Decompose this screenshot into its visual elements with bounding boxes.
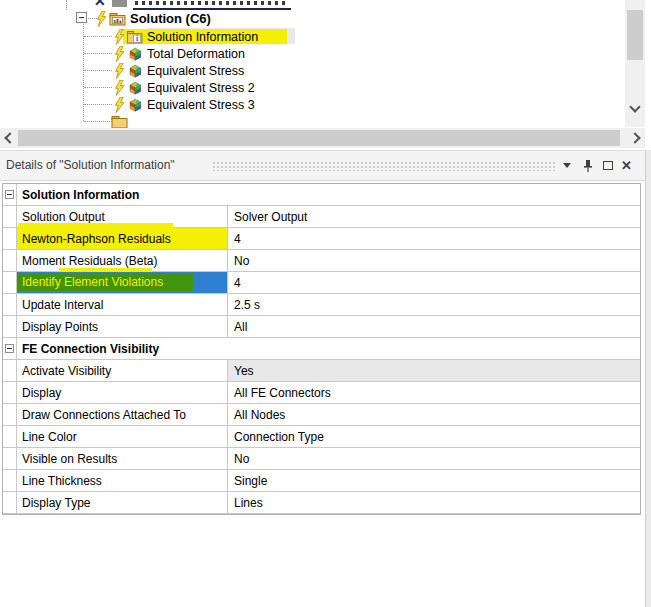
expand-collapse-box[interactable] [76, 12, 87, 23]
solution-folder-icon [109, 12, 126, 26]
details-property-row: DisplayAll FE Connectors [3, 382, 640, 404]
svg-text:i: i [136, 34, 138, 43]
clipped-item-label [133, 0, 291, 10]
chevron-down-icon [629, 101, 640, 112]
property-value-cell[interactable]: All FE Connectors [228, 382, 640, 404]
scroll-down-button[interactable] [625, 98, 645, 118]
row-gutter[interactable] [3, 184, 17, 206]
row-gutter [3, 228, 17, 250]
row-gutter[interactable] [3, 338, 17, 360]
property-label-cell[interactable]: Display [17, 382, 228, 404]
tree-vertical-scrollbar[interactable] [625, 0, 645, 127]
result-cube-icon [127, 98, 143, 112]
tree-item-solution-c6[interactable]: Solution (C6) [0, 10, 625, 27]
row-gutter [3, 360, 17, 382]
row-gutter [3, 294, 17, 316]
collapse-section-icon[interactable] [5, 190, 14, 199]
details-property-row: Activate VisibilityYes [3, 360, 640, 382]
tree-item-label: Equivalent Stress 2 [147, 81, 255, 95]
lightning-icon [96, 11, 107, 27]
property-value-cell[interactable]: 4 [228, 272, 640, 294]
property-label-cell[interactable]: Line Thickness [17, 470, 228, 492]
property-value-cell[interactable]: No [228, 250, 640, 272]
property-label-cell[interactable]: Activate Visibility [17, 360, 228, 382]
chevron-down-icon [563, 163, 571, 168]
tree-item-label: Equivalent Stress 3 [147, 98, 255, 112]
property-label-cell[interactable]: Identify Element Violations [17, 272, 228, 294]
property-value-cell[interactable]: Connection Type [228, 426, 640, 448]
property-value-cell[interactable]: All Nodes [228, 404, 640, 426]
info-icon: i [127, 30, 143, 44]
details-panel-header: Details of "Solution Information" ✕ [0, 150, 645, 181]
tree-item-label: Total Deformation [147, 47, 245, 61]
panel-pin-button[interactable] [579, 157, 596, 174]
result-cube-icon [127, 81, 143, 95]
tree-item-equivalent-stress[interactable]: Equivalent Stress [0, 62, 625, 79]
section-header-label: FE Connection Visibility [17, 338, 640, 360]
tree-guide [84, 121, 112, 122]
details-table: Solution InformationSolution OutputSolve… [2, 183, 641, 515]
clipped-item-icon [112, 0, 127, 7]
vertical-scrollbar-thumb[interactable] [627, 10, 643, 60]
close-icon: ✕ [621, 159, 632, 172]
property-value-cell[interactable]: All [228, 316, 640, 338]
chevron-left-icon [4, 132, 15, 143]
panel-menu-button[interactable] [558, 157, 575, 174]
property-label-cell[interactable]: Newton-Raphson Residuals [17, 228, 228, 250]
property-label-cell[interactable]: Visible on Results [17, 448, 228, 470]
row-gutter [3, 382, 17, 404]
tree-item-equivalent-stress-3[interactable]: Equivalent Stress 3 [0, 96, 625, 113]
section-header-label: Solution Information [17, 184, 640, 206]
tree-item-total-deformation[interactable]: Total Deformation [0, 45, 625, 62]
property-value-cell[interactable]: Single [228, 470, 640, 492]
lightning-icon [114, 80, 125, 96]
result-cube-icon [127, 64, 143, 78]
property-value-cell[interactable]: No [228, 448, 640, 470]
property-value-cell[interactable]: Lines [228, 492, 640, 514]
row-gutter [3, 448, 17, 470]
details-panel-title: Details of "Solution Information" [6, 158, 175, 172]
property-value-cell[interactable]: Yes [228, 360, 640, 382]
details-property-row: Draw Connections Attached ToAll Nodes [3, 404, 640, 426]
chevron-right-icon [629, 132, 640, 143]
pin-icon [582, 159, 594, 173]
details-property-row: Identify Element Violations4 [3, 272, 640, 294]
details-property-row: Visible on ResultsNo [3, 448, 640, 470]
panel-close-button[interactable]: ✕ [618, 157, 635, 174]
property-value-cell[interactable]: 2.5 s [228, 294, 640, 316]
row-gutter [3, 470, 17, 492]
scroll-left-button[interactable] [0, 128, 16, 148]
lightning-icon [114, 97, 125, 113]
tree-horizontal-scrollbar[interactable] [0, 128, 645, 148]
scroll-right-button[interactable] [628, 128, 644, 148]
row-gutter [3, 250, 17, 272]
panel-float-button[interactable] [599, 157, 616, 174]
row-gutter [3, 404, 17, 426]
lightning-icon [114, 29, 125, 45]
details-property-row: Update Interval2.5 s [3, 294, 640, 316]
details-property-row: Display PointsAll [3, 316, 640, 338]
property-label-cell[interactable]: Display Points [17, 316, 228, 338]
header-grip-texture [212, 161, 556, 171]
tree-item-label: Solution (C6) [130, 11, 211, 26]
yellow-marker-stroke [59, 268, 152, 272]
property-label-cell[interactable]: Draw Connections Attached To [17, 404, 228, 426]
window-edge [645, 150, 651, 607]
property-value-cell[interactable]: Solver Output [228, 206, 640, 228]
property-label-cell[interactable]: Update Interval [17, 294, 228, 316]
result-cube-icon [127, 47, 143, 61]
collapse-section-icon[interactable] [5, 344, 14, 353]
tree-item-equivalent-stress-2[interactable]: Equivalent Stress 2 [0, 79, 625, 96]
details-property-row: Newton-Raphson Residuals4 [3, 228, 640, 250]
clipped-x-icon: ✕ [94, 0, 112, 8]
details-property-row: Line ColorConnection Type [3, 426, 640, 448]
property-label-cell[interactable]: Line Color [17, 426, 228, 448]
property-label-cell[interactable]: Display Type [17, 492, 228, 514]
details-section-row: FE Connection Visibility [3, 338, 640, 360]
horizontal-scrollbar-thumb[interactable] [18, 130, 620, 146]
tree-guide [66, 0, 67, 10]
details-property-row: Line ThicknessSingle [3, 470, 640, 492]
property-value-cell[interactable]: 4 [228, 228, 640, 250]
tree-item-solution-information[interactable]: iSolution Information [0, 28, 625, 45]
tree-item-label: Solution Information [147, 30, 258, 44]
